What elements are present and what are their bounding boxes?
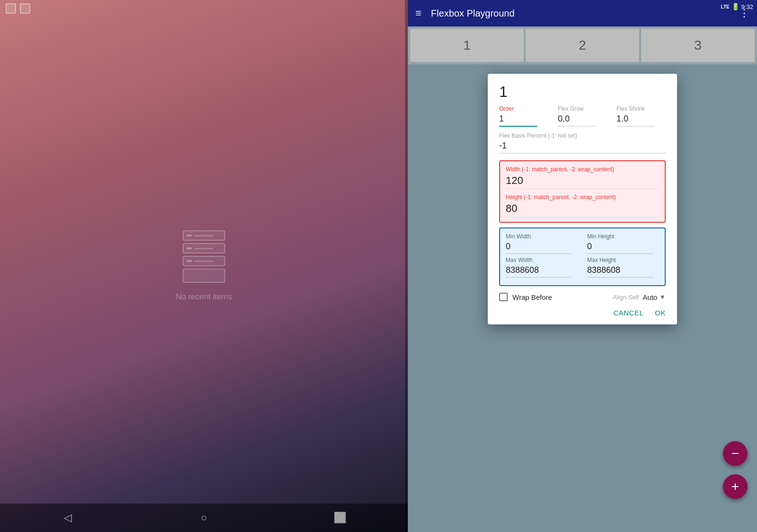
back-nav-icon[interactable]: ◁ bbox=[62, 511, 75, 524]
dialog-item-number: 1 bbox=[499, 83, 666, 101]
left-center-content: No recent items bbox=[176, 231, 232, 302]
max-height-input[interactable] bbox=[587, 265, 653, 278]
flex-grow-input[interactable] bbox=[558, 114, 596, 127]
max-row: Max Width Max Height bbox=[506, 257, 659, 278]
toolbar-title: Flexbox Playground bbox=[431, 8, 730, 19]
red-dimensions-section: Width (-1: match_parent, -2: wrap_conten… bbox=[499, 160, 666, 223]
card-stack bbox=[183, 230, 225, 283]
wrap-before-checkbox[interactable] bbox=[499, 293, 508, 301]
max-width-group: Max Width bbox=[506, 257, 578, 278]
flex-basis-input[interactable] bbox=[499, 141, 666, 154]
field-row-order: Order Flex Grow Flex Shrink bbox=[499, 105, 666, 127]
time-display: 9:32 bbox=[741, 3, 753, 10]
min-width-group: Min Width bbox=[506, 233, 578, 254]
flex-basis-label: Flex Basis Percent (-1: not set) bbox=[499, 132, 666, 139]
home-nav-icon[interactable]: ○ bbox=[197, 511, 211, 524]
width-input[interactable] bbox=[506, 174, 659, 189]
blue-minmax-section: Min Width Min Height Max Width Max Heigh… bbox=[499, 227, 666, 286]
dialog-buttons: CANCEL OK bbox=[499, 309, 666, 317]
hamburger-menu-icon[interactable]: ≡ bbox=[415, 7, 422, 19]
wrap-align-row: Wrap Before Align Self Auto ▼ bbox=[499, 293, 666, 301]
min-row: Min Width Min Height bbox=[506, 233, 659, 254]
flex-shrink-field-group: Flex Shrink bbox=[616, 105, 666, 127]
card-big bbox=[183, 269, 225, 283]
max-width-label: Max Width bbox=[506, 257, 578, 263]
flex-shrink-input[interactable] bbox=[616, 114, 654, 127]
order-field-group: Order bbox=[499, 105, 548, 127]
order-input[interactable] bbox=[499, 114, 537, 127]
signal-indicator: LTE bbox=[721, 4, 730, 9]
max-height-group: Max Height bbox=[587, 257, 659, 278]
flex-items-row: 1 2 3 bbox=[408, 26, 757, 64]
card-item-2 bbox=[183, 243, 225, 253]
status-icon-1 bbox=[6, 3, 16, 14]
fab-plus-button[interactable]: + bbox=[723, 474, 748, 499]
min-width-label: Min Width bbox=[506, 233, 578, 240]
fab-minus-button[interactable]: − bbox=[723, 441, 748, 466]
align-self-label: Align Self bbox=[613, 294, 639, 301]
flex-grow-field-group: Flex Grow bbox=[558, 105, 607, 127]
card-item-3 bbox=[183, 256, 225, 266]
cancel-button[interactable]: CANCEL bbox=[613, 309, 643, 317]
app-toolbar: ≡ Flexbox Playground ⋮ bbox=[408, 0, 757, 26]
flex-shrink-label: Flex Shrink bbox=[616, 105, 666, 112]
recents-nav-icon[interactable]: ⬜ bbox=[333, 511, 346, 524]
left-status-icons bbox=[6, 3, 30, 14]
ok-button[interactable]: OK bbox=[655, 309, 666, 317]
align-self-dropdown-arrow[interactable]: ▼ bbox=[659, 293, 666, 301]
min-height-label: Min Height bbox=[587, 233, 659, 240]
min-width-input[interactable] bbox=[506, 242, 572, 254]
width-label: Width (-1: match_parent, -2: wrap_conten… bbox=[506, 166, 659, 173]
right-status-bar: LTE 🔋 9:32 bbox=[717, 0, 757, 13]
wrap-before-group: Wrap Before bbox=[499, 293, 552, 301]
min-height-input[interactable] bbox=[587, 242, 653, 254]
flex-item-3[interactable]: 3 bbox=[641, 28, 755, 62]
wrap-before-label: Wrap Before bbox=[512, 293, 552, 301]
card-item-1 bbox=[183, 230, 225, 241]
left-nav-bar: ◁ ○ ⬜ bbox=[0, 504, 408, 532]
align-self-group[interactable]: Align Self Auto ▼ bbox=[613, 293, 666, 301]
max-height-label: Max Height bbox=[587, 257, 659, 263]
flex-grow-label: Flex Grow bbox=[558, 105, 607, 112]
no-recent-icon bbox=[180, 231, 228, 283]
min-height-group: Min Height bbox=[587, 233, 659, 254]
order-label: Order bbox=[499, 105, 548, 112]
item-dialog: 1 Order Flex Grow Flex Shrink Flex Basis… bbox=[488, 74, 677, 324]
left-panel: No recent items ◁ ○ ⬜ bbox=[0, 0, 408, 532]
status-icon-2 bbox=[20, 3, 30, 14]
align-self-value: Auto bbox=[643, 293, 657, 301]
battery-icon: 🔋 bbox=[731, 3, 739, 10]
height-label: Height (-1: match_parent, -2: wrap_conte… bbox=[506, 194, 659, 201]
left-status-bar bbox=[0, 0, 408, 17]
flex-item-1[interactable]: 1 bbox=[410, 28, 524, 62]
height-input[interactable] bbox=[506, 202, 659, 217]
right-content-area: 1 Order Flex Grow Flex Shrink Flex Basis… bbox=[408, 64, 757, 532]
right-panel: LTE 🔋 9:32 ≡ Flexbox Playground ⋮ 1 2 3 … bbox=[408, 0, 757, 532]
no-recent-text: No recent items bbox=[176, 292, 232, 302]
max-width-input[interactable] bbox=[506, 265, 572, 278]
flex-item-2[interactable]: 2 bbox=[525, 28, 640, 62]
